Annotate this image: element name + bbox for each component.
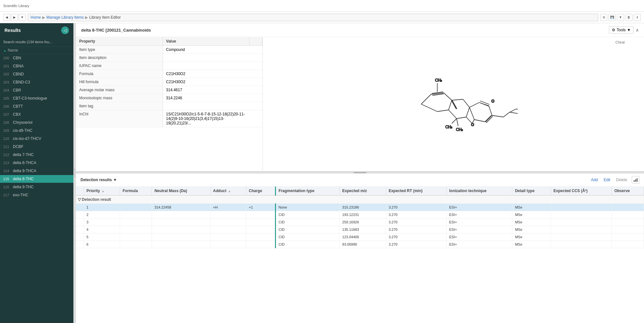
svg-line-34	[492, 115, 503, 117]
row-ionization: ESI+	[446, 226, 512, 233]
row-expected-mz: 259.16926	[339, 219, 386, 226]
sidebar-item[interactable]: 114delta 9-THCA	[0, 167, 73, 175]
sidebar-item-idx: 114	[3, 169, 13, 173]
content-area: delta 8-THC [200121_Cannabinoids ⚙ Tools…	[76, 23, 644, 323]
row-formula	[120, 241, 152, 248]
sidebar-item-name: CBND-C3	[13, 80, 70, 84]
row-check	[76, 233, 84, 241]
row-fragmentation: CID	[275, 226, 339, 233]
svg-line-35	[503, 112, 510, 117]
row-detail-type: MSe	[512, 204, 551, 211]
breadcrumb-home[interactable]: Home	[31, 15, 41, 20]
col-expected-rt: Expected RT (min)	[386, 187, 446, 195]
row-observed	[611, 226, 644, 233]
sidebar-item[interactable]: 112delta 7-THC	[0, 151, 73, 159]
row-detail-type: MSe	[512, 233, 551, 241]
sidebar-item[interactable]: 107CBX	[0, 111, 73, 119]
svg-line-29	[466, 117, 472, 123]
sidebar-item-idx: 101	[3, 64, 13, 68]
bottom-panel-header: Detection results ▼ Add Edit Delete	[76, 173, 644, 187]
history-button[interactable]: ▼	[19, 14, 26, 21]
sidebar-item[interactable]: 105CBT-C3-homologue	[0, 94, 73, 103]
col-charge-label: Charge	[249, 189, 262, 193]
detection-dropdown-icon: ▼	[113, 178, 117, 182]
detection-row[interactable]: 3 CID 259.16926 3.270 ESI+ MSe	[76, 219, 644, 226]
sidebar-close-button[interactable]: ◁	[61, 26, 69, 34]
svg-line-23	[480, 103, 489, 106]
collapse-button[interactable]: ∧	[636, 27, 639, 33]
row-neutral-mass	[152, 211, 210, 219]
bottom-panel: Detection results ▼ Add Edit Delete	[76, 173, 644, 323]
top-panel: delta 8-THC [200121_Cannabinoids ⚙ Tools…	[76, 23, 644, 171]
detection-title[interactable]: Detection results ▼	[80, 178, 117, 182]
row-check	[76, 204, 84, 211]
nav-arrows: ◀ ▶ ▼	[3, 14, 26, 21]
row-detail-type: MSe	[512, 219, 551, 226]
sidebar-item[interactable]: 101CBNA	[0, 62, 73, 70]
chart-button[interactable]	[632, 176, 639, 184]
edit-button[interactable]: Edit	[602, 177, 612, 183]
sidebar-item-name: delta 7-THC	[13, 152, 70, 157]
detection-row[interactable]: 6 CID 93.06990 3.270 ESI+ MSe	[76, 241, 644, 248]
detection-row[interactable]: 1 314.22458 +H +1 None 315.23186 3.270 E…	[76, 204, 644, 211]
row-expected-rt: 3.270	[386, 211, 446, 219]
sidebar-item[interactable]: 108Chrysoeriol	[0, 119, 73, 127]
add-button[interactable]: Add	[590, 177, 599, 183]
row-charge	[246, 211, 275, 219]
sidebar-item-idx: 117	[3, 193, 13, 197]
save-button[interactable]: 💾	[609, 14, 616, 21]
breadcrumb-manage[interactable]: Manage Library Items	[46, 15, 84, 20]
sidebar-item[interactable]: 113delta 8-THCA	[0, 159, 73, 167]
detection-actions: Add Edit Delete	[590, 176, 639, 184]
row-fragmentation: CID	[275, 219, 339, 226]
sidebar-item[interactable]: 109cis-d9-THC	[0, 127, 73, 135]
delete-button[interactable]: 🗑	[625, 14, 632, 21]
info-button[interactable]: ℹ	[634, 14, 641, 21]
sidebar-item-name: CBN	[13, 56, 70, 60]
row-fragmentation: CID	[275, 233, 339, 241]
sidebar-item[interactable]: 103CBND-C3	[0, 78, 73, 86]
row-adduct	[210, 211, 246, 219]
svg-line-4	[437, 110, 449, 112]
col-expected-ccs-label: Expected CCS (Å²)	[554, 189, 588, 193]
sidebar-item[interactable]: 111DCBF	[0, 143, 73, 151]
col-priority-label: Priority	[87, 189, 100, 193]
forward-button[interactable]: ▶	[11, 14, 18, 21]
row-ionization: ESI+	[446, 219, 512, 226]
sidebar-item[interactable]: 100CBN	[0, 54, 73, 62]
row-detail-type: MSe	[512, 211, 551, 219]
back-button[interactable]: ◀	[3, 14, 10, 21]
svg-line-22	[480, 101, 489, 104]
sidebar-item[interactable]: 104CBR	[0, 86, 73, 94]
tools-button[interactable]: ⚙ Tools ▼	[609, 26, 634, 34]
property-value: C21H30O2	[163, 78, 249, 86]
col-priority-sort: ▲	[102, 190, 105, 193]
sidebar-item[interactable]: 110cis-iso-d7-THCV	[0, 135, 73, 143]
col-adduct-label: Adduct	[213, 189, 226, 193]
row-expected-mz: 123.04406	[339, 233, 386, 241]
row-fragmentation: None	[275, 204, 339, 211]
detection-row[interactable]: 2 CID 193.12231 3.270 ESI+ MSe	[76, 211, 644, 219]
svg-line-13	[457, 117, 466, 119]
sidebar-resize-handle[interactable]	[73, 23, 76, 323]
row-detail-type: MSe	[512, 226, 551, 233]
copy-button[interactable]: ⧉	[600, 14, 607, 21]
save-dropdown-button[interactable]: ▼	[617, 14, 624, 21]
property-row: FormulaC21H30O2	[76, 70, 262, 78]
sidebar-item-name: Chrysoeriol	[13, 120, 70, 125]
detection-row[interactable]: 5 CID 123.04406 3.270 ESI+ MSe	[76, 233, 644, 241]
sidebar-item[interactable]: 116delta 9-THC	[0, 183, 73, 191]
sidebar-item[interactable]: 102CBND	[0, 70, 73, 78]
delete-button-detection[interactable]: Delete	[615, 177, 629, 183]
col-detail-type: Detail type	[512, 187, 551, 195]
row-expected-rt: 3.270	[386, 233, 446, 241]
sidebar-item[interactable]: 106CBTT	[0, 103, 73, 111]
row-priority: 2	[84, 211, 120, 219]
row-priority: 5	[84, 233, 120, 241]
sidebar-item-name: CBNA	[13, 64, 70, 68]
col-detail-type-label: Detail type	[515, 189, 535, 193]
sidebar-item[interactable]: 117exo-THC	[0, 191, 73, 199]
row-neutral-mass: 314.22458	[152, 204, 210, 211]
detection-row[interactable]: 4 CID 135.11683 3.270 ESI+ MSe	[76, 226, 644, 233]
sidebar-item[interactable]: 115delta 8-THC	[0, 175, 73, 183]
